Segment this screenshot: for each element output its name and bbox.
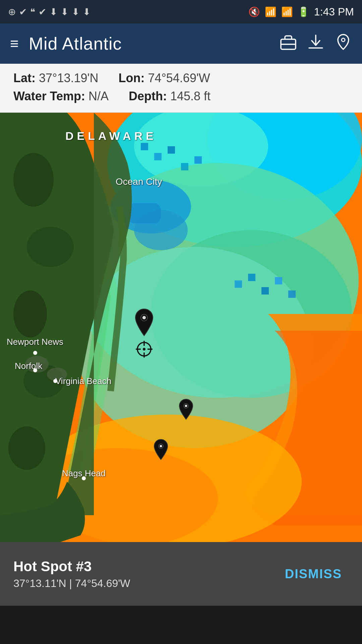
virginia-beach-dot [53, 379, 57, 383]
depth-value: 145.8 ft [170, 89, 210, 103]
svg-rect-36 [288, 290, 296, 298]
status-bar: ⊕ ✔ ❝ ✔ ⬇ ⬇ ⬇ ⬇ 🔇 📶 📶 🔋 1:43 PM [0, 0, 362, 23]
hotspot-pin-2[interactable] [177, 398, 195, 421]
depth-label: Depth: [129, 89, 167, 103]
main-location-pin[interactable] [132, 307, 156, 337]
download1-icon: ⬇ [50, 6, 57, 17]
hotspot-info: Hot Spot #3 37°13.11'N | 74°54.69'W [13, 558, 278, 590]
svg-point-39 [13, 290, 47, 337]
location-pin-icon[interactable] [335, 33, 352, 54]
check-circle2-icon: ✔ [39, 6, 46, 17]
download3-icon: ⬇ [72, 6, 79, 17]
hotspot-coords: 37°13.11'N | 74°54.69'W [13, 577, 278, 590]
svg-rect-33 [248, 274, 255, 281]
svg-point-43 [47, 368, 67, 381]
bottom-info-bar: Hot Spot #3 37°13.11'N | 74°54.69'W DISM… [0, 542, 362, 606]
svg-point-47 [143, 348, 145, 351]
briefcase-icon[interactable] [280, 33, 297, 54]
page-title: Mid Atlantic [29, 34, 122, 54]
water-temp-value: N/A [88, 89, 109, 103]
crosshair-icon [132, 337, 156, 362]
add-icon: ⊕ [8, 6, 16, 17]
svg-point-55 [160, 445, 162, 447]
mute-icon: 🔇 [248, 6, 260, 17]
svg-rect-30 [181, 163, 188, 170]
lon-value: 74°54.69'W [148, 71, 210, 85]
battery-icon: 🔋 [298, 6, 309, 17]
svg-rect-35 [275, 277, 282, 284]
svg-rect-27 [141, 143, 148, 150]
svg-point-41 [8, 426, 45, 470]
svg-rect-15 [127, 203, 161, 223]
hotspot-pin-3[interactable] [152, 438, 170, 461]
quote-icon: ❝ [30, 6, 35, 17]
download4-icon: ⬇ [83, 6, 90, 17]
svg-rect-31 [194, 156, 202, 164]
svg-point-37 [13, 153, 54, 207]
signal-icon: 📶 [281, 6, 293, 17]
nags-head-dot [82, 476, 86, 480]
depth-row: Water Temp: N/A Depth: 145.8 ft [13, 89, 349, 103]
svg-point-38 [27, 227, 74, 267]
info-bar: Lat: 37°13.19'N Lon: 74°54.69'W Water Te… [0, 64, 362, 113]
check-circle-icon: ✔ [19, 6, 27, 17]
svg-point-3 [342, 38, 345, 42]
lat-value: 37°13.19'N [39, 71, 98, 85]
hotspot-title: Hot Spot #3 [13, 558, 278, 575]
svg-rect-34 [261, 287, 269, 294]
download-icon[interactable] [307, 33, 324, 54]
coordinates-row: Lat: 37°13.19'N Lon: 74°54.69'W [13, 71, 349, 85]
toolbar-actions [280, 33, 352, 54]
toolbar-left: ≡ Mid Atlantic [10, 34, 122, 54]
water-temp-label: Water Temp: [13, 89, 85, 103]
status-time: 1:43 PM [314, 6, 354, 18]
wifi-icon: 📶 [265, 6, 277, 17]
svg-point-53 [185, 405, 187, 407]
lon-label: Lon: [118, 71, 144, 85]
lat-label: Lat: [13, 71, 36, 85]
status-icons-left: ⊕ ✔ ❝ ✔ ⬇ ⬇ ⬇ ⬇ [8, 6, 90, 17]
hamburger-menu-icon[interactable]: ≡ [10, 36, 19, 51]
svg-rect-32 [235, 280, 242, 288]
svg-point-45 [142, 316, 146, 319]
newport-news-dot [33, 351, 37, 355]
download2-icon: ⬇ [61, 6, 68, 17]
dismiss-button[interactable]: DISMISS [278, 564, 349, 585]
norfolk-dot [33, 368, 37, 372]
svg-rect-29 [168, 146, 175, 154]
map-container[interactable]: DELAWARE Ocean City Newport News Norfolk… [0, 113, 362, 542]
svg-rect-28 [154, 153, 162, 160]
status-icons-right: 🔇 📶 📶 🔋 1:43 PM [248, 6, 354, 18]
toolbar: ≡ Mid Atlantic [0, 23, 362, 64]
